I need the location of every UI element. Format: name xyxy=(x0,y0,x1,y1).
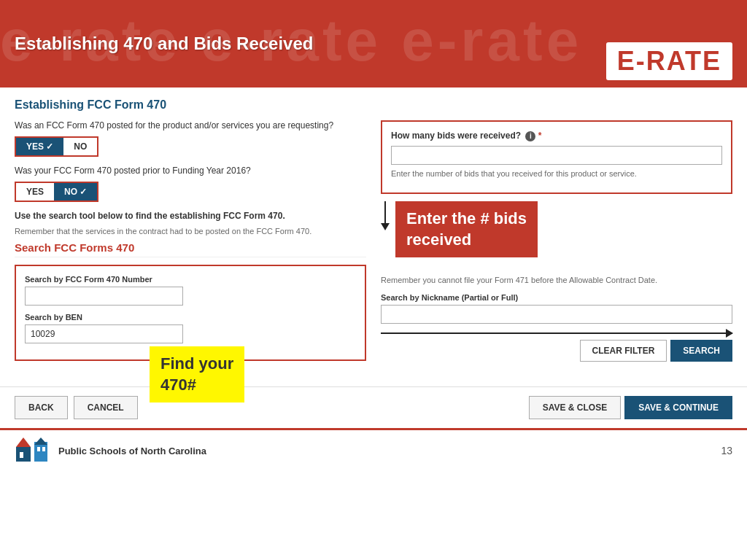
save-continue-button[interactable]: SAVE & CONTINUE xyxy=(624,396,732,419)
svg-rect-6 xyxy=(42,447,45,451)
search-buttons-row: CLEAR FILTER SEARCH xyxy=(381,340,732,362)
search-section: Search FCC Forms 470 Search by FCC Form … xyxy=(15,241,366,361)
bids-hint-text: Enter the number of bids that you receiv… xyxy=(391,169,722,178)
question2-yes-button[interactable]: YES xyxy=(16,183,54,201)
bids-label: How many bids were received? i * xyxy=(391,131,722,141)
arrow-head xyxy=(381,223,390,230)
back-button[interactable]: BACK xyxy=(15,396,68,419)
nickname-form-group-right: Search by Nickname (Partial or Full) xyxy=(381,293,732,324)
section-title: Establishing FCC Form 470 xyxy=(15,98,732,112)
nickname-label: Search by Nickname (Partial or Full) xyxy=(381,293,732,302)
footer-org-name: Public Schools of North Carolina xyxy=(58,446,206,456)
two-column-layout: Was an FCC Form 470 posted for the produ… xyxy=(15,120,732,368)
question1-toggle-group: YES ✓ NO xyxy=(15,136,98,157)
header-banner: e-rate e-rate e-rate Establishing 470 an… xyxy=(0,0,747,88)
yellow-callout: Find your 470# xyxy=(150,346,244,402)
fcc-form-group: Search by FCC Form 470 Number xyxy=(25,275,183,306)
search-instruction-text: Use the search tool below to find the es… xyxy=(15,211,366,221)
cancel-button[interactable]: CANCEL xyxy=(74,396,138,419)
page-number: 13 xyxy=(721,445,732,456)
annotation-callout: Enter the # bids received xyxy=(395,201,538,257)
bids-input[interactable] xyxy=(391,146,722,165)
svg-rect-5 xyxy=(37,447,40,451)
svg-rect-2 xyxy=(20,452,23,458)
left-column: Was an FCC Form 470 posted for the produ… xyxy=(15,120,366,368)
nickname-search-row: Search by Nickname (Partial or Full) xyxy=(381,293,732,324)
search-hint-text: Remember that the services in the contra… xyxy=(15,227,366,236)
question1-no-button[interactable]: NO xyxy=(63,138,97,155)
search-form-row2: Search by BEN xyxy=(25,313,356,343)
erate-logo: E-RATE xyxy=(606,42,732,80)
question2-text: Was your FCC Form 470 posted prior to Fu… xyxy=(15,166,366,176)
remember-text: Remember you cannot file your Form 471 b… xyxy=(381,276,732,284)
fcc-input[interactable] xyxy=(25,287,183,306)
question2-toggle-group: YES NO ✓ xyxy=(15,182,98,202)
main-content: Establishing FCC Form 470 Was an FCC For… xyxy=(0,88,747,379)
bottom-right-buttons: SAVE & CLOSE SAVE & CONTINUE xyxy=(529,396,732,419)
svg-rect-3 xyxy=(34,442,47,462)
search-form-row1: Search by FCC Form 470 Number placeholde… xyxy=(25,275,356,306)
arrow-line-row xyxy=(381,332,732,334)
svg-marker-1 xyxy=(16,438,31,447)
ben-label: Search by BEN xyxy=(25,313,183,322)
school-logo-icon xyxy=(15,436,51,465)
header-title: Establishing 470 and Bids Received xyxy=(15,34,313,54)
info-icon[interactable]: i xyxy=(525,131,535,141)
horizontal-arrow xyxy=(381,332,732,334)
bottom-left-buttons: BACK CANCEL xyxy=(15,396,138,419)
question1-text: Was an FCC Form 470 posted for the produ… xyxy=(15,120,366,131)
fcc-label: Search by FCC Form 470 Number xyxy=(25,275,183,284)
arrow-annotation: Enter the # bids received xyxy=(381,201,732,257)
required-star: * xyxy=(538,131,542,141)
footer-logo: Public Schools of North Carolina xyxy=(15,436,206,465)
ben-input[interactable] xyxy=(25,324,183,343)
clear-filter-button[interactable]: CLEAR FILTER xyxy=(580,340,667,362)
ben-form-group: Search by BEN xyxy=(25,313,183,343)
bottom-bar: BACK CANCEL SAVE & CLOSE SAVE & CONTINUE xyxy=(0,386,747,428)
right-column: How many bids were received? i * Enter t… xyxy=(381,120,732,368)
search-section-title: Search FCC Forms 470 xyxy=(15,241,366,257)
question1-yes-button[interactable]: YES ✓ xyxy=(16,138,63,155)
question2-no-button[interactable]: NO ✓ xyxy=(54,183,97,201)
footer: Public Schools of North Carolina 13 xyxy=(0,428,747,471)
svg-marker-4 xyxy=(34,438,47,445)
search-button[interactable]: SEARCH xyxy=(670,340,732,362)
nickname-input[interactable] xyxy=(381,305,732,324)
empty-form-group xyxy=(198,313,356,343)
save-close-button[interactable]: SAVE & CLOSE xyxy=(529,396,621,419)
vertical-arrow xyxy=(381,201,390,230)
bids-panel: How many bids were received? i * Enter t… xyxy=(381,120,732,194)
arrow-line-v xyxy=(384,201,386,223)
